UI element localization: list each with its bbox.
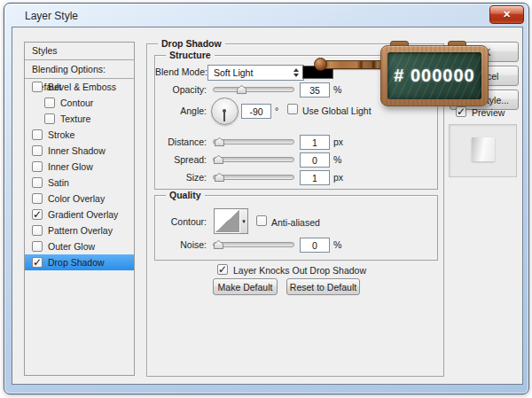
- blend-mode-label: Blend Mode:: [155, 66, 207, 77]
- noise-unit: %: [333, 239, 341, 250]
- reset-to-default-button[interactable]: Reset to Default: [286, 278, 360, 295]
- sidebar-item-bevel-emboss[interactable]: Bevel & Emboss: [25, 79, 134, 95]
- sidebar-item-drop-shadow[interactable]: ✓Drop Shadow: [25, 254, 134, 270]
- preview-checkbox[interactable]: ✓: [456, 106, 466, 117]
- sidebar-item-label: Outer Glow: [48, 241, 95, 252]
- noise-slider-thumb[interactable]: [214, 240, 223, 249]
- size-input[interactable]: 1: [300, 170, 330, 185]
- preview-thumbnail-box: [449, 124, 517, 177]
- blend-mode-select[interactable]: Soft Light: [207, 65, 304, 81]
- sidebar-item-inner-shadow[interactable]: Inner Shadow: [25, 143, 134, 159]
- layer-knockout-checkbox[interactable]: ✓: [217, 264, 228, 275]
- screenshot-stage: Layer Style ✕ Styles Blending Options: D…: [0, 0, 532, 398]
- checkbox-icon[interactable]: ✓: [32, 257, 43, 268]
- sidebar-header: Styles: [25, 43, 134, 60]
- structure-group-title: Structure: [166, 50, 215, 60]
- noise-input[interactable]: 0: [300, 238, 330, 253]
- checkbox-icon[interactable]: [32, 225, 43, 236]
- size-slider[interactable]: [213, 175, 294, 180]
- checkbox-icon[interactable]: ✓: [32, 209, 43, 220]
- sidebar-item-outer-glow[interactable]: Outer Glow: [25, 238, 134, 254]
- sidebar-item-label: Texture: [60, 113, 90, 124]
- sidebar-item-contour[interactable]: Contour: [25, 95, 134, 111]
- close-icon: ✕: [503, 7, 511, 22]
- anti-aliased-label: Anti-aliased: [271, 217, 320, 228]
- layer-knockout-label: Layer Knocks Out Drop Shadow: [233, 265, 366, 276]
- checkbox-icon[interactable]: [32, 145, 43, 156]
- panel-title: Drop Shadow: [158, 38, 225, 49]
- contour-label: Contour:: [155, 216, 207, 227]
- pointer-stick: [322, 60, 386, 69]
- spread-slider-thumb[interactable]: [214, 155, 223, 164]
- spread-unit: %: [333, 154, 341, 165]
- sidebar-item-label: Drop Shadow: [48, 257, 105, 268]
- sidebar-item-pattern-overlay[interactable]: Pattern Overlay: [25, 222, 134, 238]
- checkbox-icon[interactable]: [32, 177, 43, 188]
- blend-mode-value: Soft Light: [214, 67, 253, 78]
- chalkboard-color-callout: # 000000: [380, 45, 489, 106]
- use-global-light-label: Use Global Light: [302, 105, 372, 116]
- distance-label: Distance:: [155, 137, 207, 147]
- preview-label: Preview: [472, 107, 505, 118]
- make-default-button[interactable]: Make Default: [213, 278, 278, 295]
- size-slider-thumb[interactable]: [215, 173, 224, 182]
- sidebar-item-label: Inner Glow: [48, 161, 93, 172]
- size-label: Size:: [155, 172, 207, 183]
- angle-label: Angle:: [155, 105, 207, 116]
- angle-dial[interactable]: [211, 98, 239, 125]
- styles-sidebar: Styles Blending Options: Default Bevel &…: [24, 42, 135, 376]
- angle-hub: [223, 109, 226, 113]
- sidebar-style-list: Bevel & Emboss Contour Texture Stroke In…: [25, 79, 134, 270]
- sidebar-item-label: Color Overlay: [48, 193, 105, 204]
- checkbox-icon[interactable]: [44, 113, 55, 124]
- checkbox-icon[interactable]: [44, 98, 55, 108]
- distance-unit: px: [333, 137, 343, 147]
- checkbox-icon[interactable]: [32, 161, 43, 172]
- distance-slider-thumb[interactable]: [215, 137, 224, 146]
- combo-arrows-icon: [293, 68, 299, 77]
- chalkboard-surface: # 000000: [387, 52, 481, 99]
- sidebar-item-blending-options[interactable]: Blending Options: Default: [25, 60, 134, 79]
- noise-label: Noise:: [155, 239, 207, 250]
- sidebar-item-satin[interactable]: Satin: [25, 175, 134, 191]
- spread-label: Spread:: [155, 154, 207, 165]
- size-unit: px: [333, 172, 343, 183]
- distance-input[interactable]: 1: [300, 135, 330, 150]
- quality-group-title: Quality: [166, 190, 205, 200]
- anti-aliased-checkbox[interactable]: [256, 215, 267, 226]
- close-button[interactable]: ✕: [489, 5, 524, 24]
- sidebar-item-label: Gradient Overlay: [48, 209, 118, 220]
- sidebar-item-gradient-overlay[interactable]: ✓Gradient Overlay: [25, 207, 134, 222]
- preview-style-swatch: [472, 137, 495, 161]
- opacity-label: Opacity:: [155, 84, 207, 95]
- spread-slider[interactable]: [213, 157, 294, 162]
- sidebar-item-inner-glow[interactable]: Inner Glow: [25, 159, 134, 175]
- distance-slider[interactable]: [213, 139, 294, 144]
- checkbox-icon[interactable]: [32, 193, 43, 204]
- sidebar-item-label: Bevel & Emboss: [48, 82, 116, 92]
- sidebar-item-stroke[interactable]: Stroke: [25, 127, 134, 143]
- layer-style-window: Layer Style ✕ Styles Blending Options: D…: [4, 3, 529, 394]
- sidebar-item-color-overlay[interactable]: Color Overlay: [25, 191, 134, 207]
- sidebar-item-texture[interactable]: Texture: [25, 111, 134, 127]
- contour-thumbnail[interactable]: [214, 208, 241, 234]
- opacity-slider-thumb[interactable]: [237, 85, 246, 94]
- checkbox-icon[interactable]: [32, 129, 43, 140]
- angle-input[interactable]: -90: [241, 104, 271, 119]
- contour-dropdown-arrow-icon[interactable]: ▾: [240, 208, 248, 234]
- quality-group: Quality Contour: ▾ Anti-aliased Noise: 0…: [154, 195, 438, 261]
- checkbox-icon[interactable]: [32, 241, 43, 252]
- opacity-slider[interactable]: [213, 87, 294, 92]
- angle-unit: °: [275, 105, 278, 116]
- use-global-light-checkbox[interactable]: [287, 104, 298, 114]
- opacity-input[interactable]: 35: [300, 82, 330, 98]
- sidebar-item-label: Contour: [60, 98, 93, 108]
- noise-slider[interactable]: [213, 242, 294, 247]
- sidebar-item-label: Inner Shadow: [48, 145, 106, 156]
- spread-input[interactable]: 0: [300, 152, 330, 168]
- window-title: Layer Style: [25, 10, 78, 22]
- hex-color-value: # 000000: [394, 66, 474, 86]
- sidebar-item-label: Pattern Overlay: [48, 225, 113, 236]
- checkbox-icon[interactable]: [32, 82, 43, 92]
- sidebar-item-label: Satin: [48, 177, 69, 188]
